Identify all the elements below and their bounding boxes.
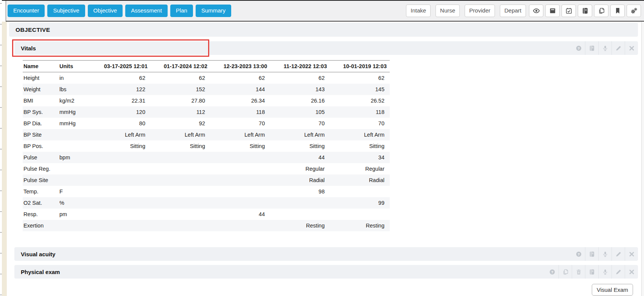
vitals-row-pulse-site: Pulse SiteRadialRadial	[23, 174, 390, 186]
vitals-table-header: NameUnits03-17-2025 12:0101-17-2024 12:0…	[23, 61, 390, 72]
vital-value: 34	[330, 152, 390, 163]
vital-units: lbs	[59, 84, 91, 95]
pencil-icon[interactable]	[611, 247, 625, 261]
copy-icon[interactable]	[558, 265, 572, 279]
section-actions-vitals	[572, 41, 638, 55]
vital-units: %	[59, 197, 91, 209]
toolbar-right-group: IntakeNurseProviderDepart	[406, 5, 641, 17]
section-bar-vitals: Vitals	[14, 41, 638, 55]
archive-button[interactable]	[545, 5, 560, 17]
vital-value: 62	[91, 72, 151, 84]
book-icon[interactable]	[585, 41, 598, 55]
gears-button[interactable]	[627, 5, 641, 17]
vital-value	[91, 174, 151, 186]
nav-button-subjective[interactable]: Subjective	[47, 5, 85, 17]
physical-exam-section: Physical exam	[14, 265, 638, 279]
vital-value: 62	[330, 72, 390, 84]
vital-units: mmHg	[59, 106, 91, 118]
vital-name: Pulse Reg.	[23, 163, 59, 174]
vital-value: 70	[270, 118, 330, 129]
nav-button-summary[interactable]: Summary	[196, 5, 231, 17]
vital-value: 70	[210, 118, 270, 129]
column-header-03-17-2025-12-01: 03-17-2025 12:01	[91, 61, 151, 72]
vital-name: Resp.	[23, 209, 59, 220]
nav-button-objective[interactable]: Objective	[88, 5, 123, 17]
vital-value: Left Arm	[151, 129, 210, 140]
book-icon[interactable]	[585, 247, 598, 261]
vital-value	[210, 186, 270, 197]
vital-value: 144	[210, 84, 270, 95]
vital-value: 152	[151, 84, 210, 95]
visual-exam-button[interactable]: Visual Exam	[592, 284, 633, 296]
microphone-icon[interactable]	[598, 247, 611, 261]
vital-units	[59, 220, 91, 231]
section-bar-visual-acuity: Visual acuity	[14, 247, 638, 261]
vital-value: Left Arm	[330, 129, 390, 140]
pencil-icon[interactable]	[611, 41, 625, 55]
vital-value	[151, 197, 210, 209]
stage-button-nurse[interactable]: Nurse	[436, 5, 460, 17]
close-icon[interactable]	[625, 265, 638, 279]
microphone-icon[interactable]	[598, 265, 611, 279]
vital-value	[151, 209, 210, 220]
book-button[interactable]	[578, 5, 592, 17]
bookmark-button[interactable]	[610, 5, 625, 17]
vital-value: 98	[270, 186, 330, 197]
vital-name: O2 Sat.	[23, 197, 59, 209]
vital-value: 26.52	[330, 95, 390, 106]
calendar-check-button[interactable]	[562, 5, 576, 17]
gears-icon	[630, 7, 638, 14]
eye-button[interactable]	[529, 5, 543, 17]
copy-button[interactable]	[594, 5, 608, 17]
vital-value: Sitting	[91, 140, 151, 152]
stage-button-depart[interactable]: Depart	[500, 5, 526, 17]
book-icon[interactable]	[585, 265, 598, 279]
vital-value	[91, 220, 151, 231]
vitals-row-bmi: BMIkg/m222.3127.8026.3426.1626.52	[23, 95, 390, 106]
vital-units: bpm	[59, 152, 91, 163]
stage-button-intake[interactable]: Intake	[406, 5, 431, 17]
section-actions-visual-acuity	[572, 247, 638, 261]
column-header-name: Name	[23, 61, 59, 72]
vital-value: Left Arm	[91, 129, 151, 140]
vital-value	[151, 152, 210, 163]
help-icon[interactable]	[572, 247, 585, 261]
section-bar-physical-exam: Physical exam	[14, 265, 638, 279]
vital-value: Radial	[330, 174, 390, 186]
vitals-row-pulse: Pulsebpm4434	[23, 152, 390, 163]
help-icon[interactable]	[572, 41, 585, 55]
help-icon[interactable]	[546, 265, 558, 279]
vital-name: Exertion	[23, 220, 59, 231]
scrollbar[interactable]	[641, 22, 644, 296]
close-icon[interactable]	[625, 41, 638, 55]
calendar-check-icon	[565, 7, 572, 14]
close-icon[interactable]	[625, 247, 638, 261]
vital-value: 44	[210, 209, 270, 220]
vital-units: pm	[59, 209, 91, 220]
microphone-icon[interactable]	[598, 41, 611, 55]
vital-units: in	[59, 72, 91, 84]
vital-name: Weight	[23, 84, 59, 95]
pencil-icon[interactable]	[611, 265, 625, 279]
vitals-row-bp-pos: BP Pos.SittingSittingSittingSittingSitti…	[23, 140, 390, 152]
column-header-01-17-2024-12-02: 01-17-2024 12:02	[151, 61, 210, 72]
vital-value	[330, 186, 390, 197]
vital-value: Regular	[270, 163, 330, 174]
nav-button-assessment[interactable]: Assessment	[125, 5, 168, 17]
book-icon	[582, 7, 589, 14]
vitals-row-resp: Resp.pm44	[23, 209, 390, 220]
nav-button-encounter[interactable]: Encounter	[8, 5, 45, 17]
toolbar-icon-group	[529, 5, 641, 17]
stage-button-group: IntakeNurseProviderDepart	[406, 5, 526, 17]
vitals-table: NameUnits03-17-2025 12:0101-17-2024 12:0…	[23, 60, 390, 231]
vital-value: 99	[330, 197, 390, 209]
vital-value	[91, 209, 151, 220]
vital-value: 143	[270, 84, 330, 95]
trash-icon[interactable]	[572, 265, 585, 279]
eye-icon	[533, 7, 540, 14]
stage-button-provider[interactable]: Provider	[465, 5, 495, 17]
nav-button-plan[interactable]: Plan	[170, 5, 193, 17]
vital-value: 26.34	[210, 95, 270, 106]
vital-value: 27.80	[151, 95, 210, 106]
page-title: OBJECTIVE	[16, 26, 50, 33]
